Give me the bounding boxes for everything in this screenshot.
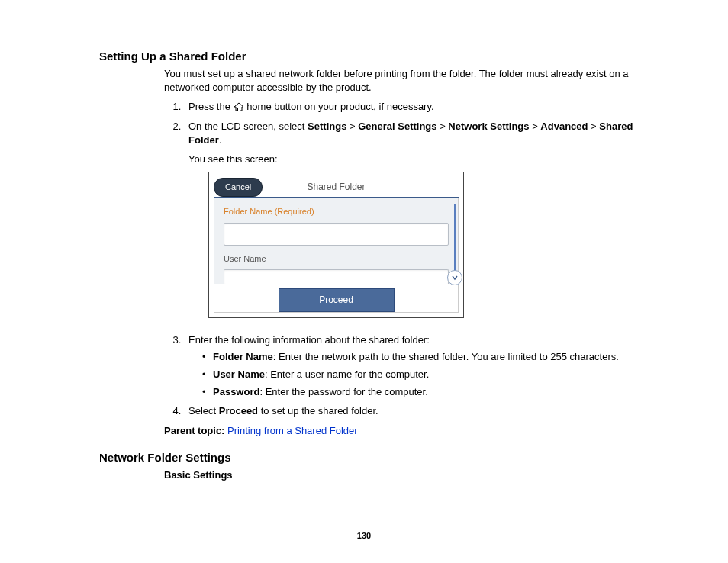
bullet-password-text: : Enter the password for the computer.: [259, 386, 427, 397]
steps-list: Press the home button on your product, i…: [164, 100, 636, 418]
bullet-user-name: User Name: Enter a user name for the com…: [202, 368, 636, 381]
folder-name-input[interactable]: [224, 223, 449, 246]
nav-sep: >: [530, 121, 541, 132]
user-name-label: User Name: [224, 253, 449, 265]
proceed-button[interactable]: Proceed: [279, 288, 395, 312]
home-icon: [234, 101, 244, 115]
parent-topic-line: Parent topic: Printing from a Shared Fol…: [164, 424, 636, 438]
step4-pre: Select: [188, 405, 219, 417]
bullet-folder-name-label: Folder Name: [213, 351, 273, 362]
nav-period: .: [219, 134, 222, 146]
heading-setting-up: Setting Up a Shared Folder: [99, 50, 636, 63]
step3-intro: Enter the following information about th…: [188, 334, 430, 346]
bullet-user-name-text: : Enter a user name for the computer.: [265, 368, 429, 380]
parent-topic-label: Parent topic:: [164, 425, 227, 436]
intro-paragraph: You must set up a shared network folder …: [164, 67, 636, 94]
nav-sep: >: [588, 121, 600, 132]
step1-post: home button on your product, if necessar…: [244, 101, 434, 112]
step2-pre: On the LCD screen, select: [188, 121, 308, 132]
step4-bold: Proceed: [219, 405, 258, 417]
screen-note: You see this screen:: [188, 153, 636, 166]
nav-settings: Settings: [308, 121, 346, 132]
bullet-user-name-label: User Name: [213, 368, 265, 380]
step3-bullets: Folder Name: Enter the network path to t…: [188, 350, 636, 400]
bullet-folder-name-text: : Enter the network path to the shared f…: [273, 351, 619, 362]
parent-topic-link[interactable]: Printing from a Shared Folder: [227, 425, 358, 436]
step-4: Select Proceed to set up the shared fold…: [184, 404, 636, 418]
nav-general: General Settings: [358, 121, 436, 132]
step1-pre: Press the: [188, 101, 234, 112]
nav-network: Network Settings: [448, 121, 529, 132]
step4-post: to set up the shared folder.: [258, 405, 378, 417]
step-1: Press the home button on your product, i…: [184, 100, 636, 115]
bullet-folder-name: Folder Name: Enter the network path to t…: [202, 350, 636, 364]
lcd-header: Cancel Shared Folder: [214, 177, 459, 198]
scroll-down-icon[interactable]: [447, 270, 462, 285]
bullet-password: Password: Enter the password for the com…: [202, 385, 636, 399]
subheading-basic-settings: Basic Settings: [164, 468, 636, 482]
lcd-screenshot: Cancel Shared Folder Folder Name (Requir…: [208, 172, 464, 318]
step-3: Enter the following information about th…: [184, 333, 636, 400]
bullet-password-label: Password: [213, 386, 259, 397]
cancel-button[interactable]: Cancel: [214, 178, 263, 197]
step-2: On the LCD screen, select Settings > Gen…: [184, 120, 636, 318]
nav-sep: >: [437, 121, 449, 132]
heading-network-folder: Network Folder Settings: [99, 451, 636, 464]
folder-name-label: Folder Name (Required): [224, 206, 449, 217]
user-name-input[interactable]: [224, 269, 449, 284]
page-number: 130: [0, 531, 728, 540]
nav-advanced: Advanced: [540, 121, 588, 132]
nav-sep: >: [346, 121, 358, 132]
lcd-footer: Proceed: [214, 284, 459, 313]
lcd-body: Folder Name (Required) User Name: [214, 198, 459, 284]
